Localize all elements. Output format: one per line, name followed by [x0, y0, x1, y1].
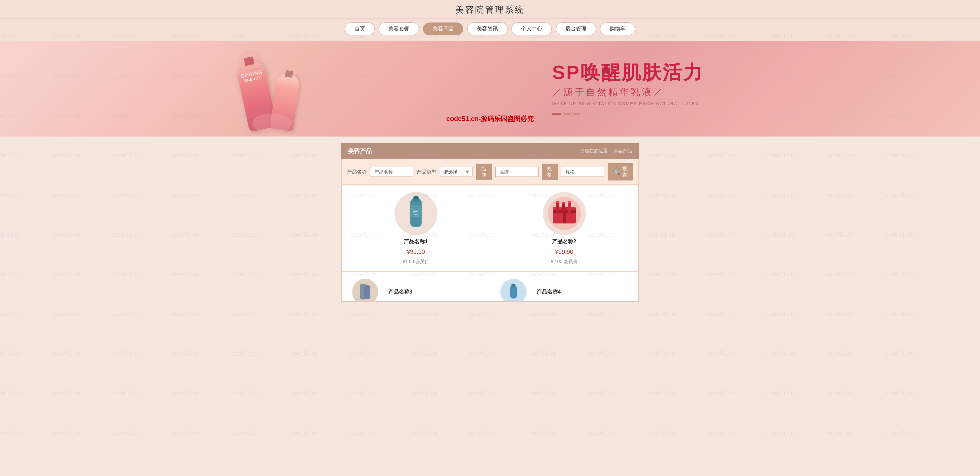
nav-item-products[interactable]: 美容产品 [423, 22, 463, 35]
product-3-row: 产品名称3 [352, 279, 480, 301]
banner: SPRING ENERGY SP唤醒肌肤活力 ／源于自然精华乳液／ WAKE U… [0, 41, 980, 137]
product-svg-1: GRAY SKIN [404, 195, 428, 232]
site-title: 美容院管理系统 [0, 4, 980, 16]
svg-rect-13 [562, 202, 565, 204]
nav-item-cart[interactable]: 购物车 [600, 22, 635, 35]
svg-rect-11 [556, 201, 559, 203]
product-type-select-wrap: 请选择 ▼ [440, 167, 473, 177]
product-image-3 [352, 279, 378, 301]
banner-dots [552, 113, 967, 115]
svg-rect-21 [511, 283, 515, 287]
site-header: 美容院管理系统 [0, 0, 980, 19]
banner-right: SP唤醒肌肤活力 ／源于自然精华乳液／ WAKE UP SKIN VITALIT… [539, 55, 980, 122]
svg-rect-14 [568, 202, 571, 213]
brand-input[interactable] [495, 167, 539, 177]
content-area: 美容产品 您现在的位置： 美容产品 产品名称 产品类型 请选择 ▼ 品牌 规格 … [341, 143, 639, 315]
banner-english: WAKE UP SKIN VITALITY COMES FROM NATURAL… [552, 101, 967, 106]
product-name-label: 产品名称 [347, 169, 367, 175]
product-price-2: ¥99.90 [555, 248, 573, 256]
nav-item-news[interactable]: 美容资讯 [467, 22, 508, 35]
breadcrumb-current: 美容产品 [614, 148, 632, 153]
main-nav: 首页 美容套餐 美容产品 美容资讯 个人中心 后台管理 购物车 [0, 19, 980, 41]
nav-item-profile[interactable]: 个人中心 [511, 22, 552, 35]
product-name-input[interactable] [370, 167, 414, 177]
svg-rect-18 [364, 285, 370, 299]
product-type-select[interactable]: 请选择 [440, 167, 473, 177]
product-card-1[interactable]: GRAY SKIN 产品名称1 ¥99.90 ¥1.00 会员价 [342, 185, 490, 272]
breadcrumb: 您现在的位置： 美容产品 [580, 148, 632, 154]
product-svg-2 [546, 195, 582, 232]
product-name-2: 产品名称2 [552, 238, 576, 245]
product-name-1: 产品名称1 [404, 238, 428, 245]
svg-rect-10 [556, 202, 559, 213]
product-name-3: 产品名称3 [388, 288, 412, 296]
nav-item-home[interactable]: 首页 [345, 22, 375, 35]
banner-dot-3[interactable] [573, 113, 580, 115]
product-svg-4 [500, 279, 527, 301]
svg-rect-2 [414, 196, 418, 199]
svg-rect-20 [510, 285, 517, 298]
product-image-1: GRAY SKIN [395, 192, 438, 235]
search-button[interactable]: 🔍 搜索 [608, 163, 633, 180]
svg-text:SKIN: SKIN [414, 213, 418, 215]
spec-input[interactable] [561, 167, 605, 177]
product-image-4 [500, 279, 527, 301]
product-type-label: 产品类型 [417, 169, 436, 175]
product-4-row: 产品名称4 [500, 279, 628, 301]
nav-item-admin[interactable]: 后台管理 [556, 22, 596, 35]
nav-item-packages[interactable]: 美容套餐 [379, 22, 419, 35]
product-name-4: 产品名称4 [536, 288, 561, 296]
product-card-3[interactable]: 产品名称3 [342, 272, 490, 301]
brand-label: 品牌 [476, 164, 492, 180]
products-grid: GRAY SKIN 产品名称1 ¥99.90 ¥1.00 会员价 [341, 185, 639, 302]
svg-text:GRAY: GRAY [413, 210, 418, 212]
breadcrumb-label: 您现在的位置： [580, 148, 612, 153]
svg-rect-15 [568, 201, 571, 203]
search-button-label: 搜索 [622, 166, 627, 178]
banner-dot-1[interactable] [552, 113, 562, 115]
search-icon: 🔍 [614, 169, 620, 175]
section-header: 美容产品 您现在的位置： 美容产品 [341, 143, 639, 159]
section-title: 美容产品 [348, 147, 372, 155]
product-image-2 [543, 192, 586, 235]
product-svg-3 [352, 279, 378, 301]
filter-bar: 产品名称 产品类型 请选择 ▼ 品牌 规格 🔍 搜索 [341, 159, 639, 185]
banner-dot-2[interactable] [564, 113, 571, 115]
product-card-2[interactable]: 产品名称2 ¥99.90 ¥2.00 会员价 [490, 185, 638, 272]
product-price-1: ¥99.90 [407, 248, 425, 256]
product-card-4[interactable]: 产品名称4 [490, 272, 638, 301]
banner-headline: SP唤醒肌肤活力 [552, 62, 967, 83]
banner-subline: ／源于自然精华乳液／ [552, 86, 967, 99]
spec-label: 规格 [542, 164, 558, 180]
product-member-price-1: ¥1.00 会员价 [402, 259, 429, 265]
product-member-price-2: ¥2.00 会员价 [551, 259, 578, 265]
copyright-line: code51.cn-源码乐园盗图必究 [446, 115, 534, 123]
svg-rect-12 [562, 203, 565, 213]
